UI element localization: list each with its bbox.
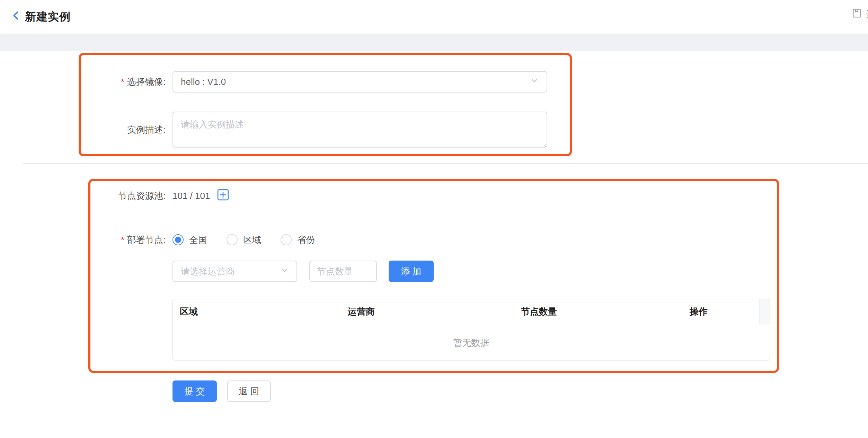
gray-band <box>0 34 868 51</box>
column-header-region: 区域 <box>173 306 341 318</box>
doc-link[interactable]: 边 <box>851 8 868 21</box>
page-header: 新建实例 边 <box>0 0 868 34</box>
image-select-label: * 选择镜像: <box>0 76 166 88</box>
description-row: 实例描述: <box>0 112 547 148</box>
table-scrollbar-gutter <box>759 299 770 324</box>
node-pool-row: 节点资源池: 101 / 101 <box>0 187 229 204</box>
form-actions: 提 交 返 回 <box>172 380 271 402</box>
expand-pool-button[interactable] <box>217 190 229 202</box>
node-table: 区域 运营商 节点数量 操作 暂无数据 <box>172 299 770 361</box>
radio-selected-icon <box>172 234 184 245</box>
return-button[interactable]: 返 回 <box>227 380 271 402</box>
add-node-row: 请选择运营商 添 加 <box>0 261 434 282</box>
deploy-node-label: * 部署节点: <box>0 234 166 246</box>
back-chevron-icon <box>10 10 22 24</box>
table-empty-state: 暂无数据 <box>173 324 770 361</box>
description-textarea[interactable] <box>172 112 547 148</box>
radio-unselected-icon <box>227 234 238 245</box>
image-select-row: * 选择镜像: hello : V1.0 <box>0 71 547 93</box>
doc-link-label: 边 <box>866 8 868 21</box>
description-label: 实例描述: <box>0 124 166 136</box>
section-divider <box>23 163 868 164</box>
radio-unselected-icon <box>281 234 292 245</box>
bookmark-book-icon <box>851 8 862 21</box>
plus-square-icon <box>217 189 229 203</box>
radio-region[interactable]: 区域 <box>227 234 261 246</box>
back-button[interactable] <box>8 9 24 25</box>
submit-button[interactable]: 提 交 <box>172 380 217 402</box>
required-mark: * <box>121 235 124 245</box>
deploy-scope-radio-group: 全国 区域 省份 <box>172 234 315 246</box>
operator-select-placeholder: 请选择运营商 <box>181 265 235 278</box>
image-select[interactable]: hello : V1.0 <box>172 71 547 93</box>
column-header-node-count: 节点数量 <box>514 306 683 318</box>
chevron-down-icon <box>530 76 539 88</box>
required-mark: * <box>121 77 124 87</box>
node-pool-value: 101 / 101 <box>172 191 210 201</box>
image-select-value: hello : V1.0 <box>181 77 226 87</box>
node-table-header: 区域 运营商 节点数量 操作 <box>173 299 770 324</box>
node-count-input[interactable] <box>309 261 377 282</box>
column-header-actions: 操作 <box>683 306 770 318</box>
new-instance-page: 新建实例 边 * 选择镜像: hello : V1.0 <box>0 0 868 438</box>
column-header-operator: 运营商 <box>341 306 514 318</box>
deploy-node-row: * 部署节点: 全国 区域 省份 <box>0 231 315 248</box>
node-pool-label: 节点资源池: <box>0 190 166 202</box>
operator-select[interactable]: 请选择运营商 <box>172 261 297 282</box>
radio-province[interactable]: 省份 <box>281 234 315 246</box>
add-button[interactable]: 添 加 <box>389 261 434 282</box>
page-title: 新建实例 <box>25 9 71 25</box>
radio-nationwide[interactable]: 全国 <box>172 234 207 246</box>
chevron-down-icon <box>280 266 289 277</box>
